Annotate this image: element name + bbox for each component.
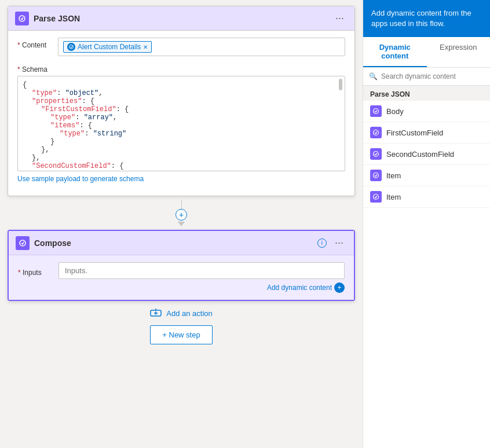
compose-info-button[interactable]: i	[317, 238, 327, 248]
compose-menu-button[interactable]: ···	[331, 236, 347, 250]
new-step-label: + New step	[162, 331, 200, 339]
tag-text: Alert Custom Details	[78, 43, 141, 51]
schema-label: Schema	[17, 62, 58, 76]
item2-icon	[370, 191, 382, 203]
schema-editor[interactable]: { "type": "object", "properties": { "Fir…	[17, 76, 345, 171]
main-canvas: Parse JSON ··· Content Alert Cust	[0, 0, 363, 448]
panel-tabs: Dynamic content Expression	[363, 37, 490, 68]
search-dynamic-input[interactable]	[381, 72, 484, 80]
parse-json-header-left: Parse JSON	[15, 12, 80, 25]
add-action-icon	[150, 308, 162, 318]
parse-json-menu-button[interactable]: ···	[332, 11, 348, 25]
schema-row: Schema { "type": "object", "properties":…	[17, 62, 345, 183]
svg-point-8	[374, 130, 379, 135]
compose-body: Inputs Add dynamic content +	[9, 255, 354, 300]
parse-json-card: Parse JSON ··· Content Alert Cust	[8, 6, 355, 196]
inputs-text-input[interactable]	[58, 262, 345, 279]
scroll-thumb	[339, 79, 342, 90]
secondcustomfield-item-icon	[370, 148, 382, 160]
body-item-label: Body	[386, 107, 404, 116]
firstcustomfield-item-label: FirstCustomField	[386, 128, 443, 137]
schema-container: { "type": "object", "properties": { "Fir…	[17, 76, 345, 171]
item1-icon	[370, 170, 382, 181]
add-dynamic-plus-button[interactable]: +	[334, 282, 345, 293]
add-dynamic-content-link[interactable]: Add dynamic content	[267, 284, 332, 292]
connector-plus-button[interactable]: +	[175, 209, 187, 221]
connector-1: +	[175, 200, 187, 226]
panel-header: Add dynamic content from the apps used i…	[363, 0, 490, 37]
panel-header-text: Add dynamic content from the apps used i…	[371, 9, 471, 28]
svg-point-7	[374, 109, 379, 114]
search-box: 🔍	[363, 68, 490, 86]
tag-close-button[interactable]: ✕	[143, 44, 148, 50]
connector-line-top	[181, 200, 182, 209]
parse-json-header: Parse JSON ···	[8, 6, 354, 31]
svg-point-10	[374, 173, 379, 178]
dynamic-item-item-1[interactable]: Item	[363, 165, 490, 186]
section-label: Parse JSON	[363, 86, 490, 101]
firstcustomfield-item-icon	[370, 127, 382, 138]
right-panel: Add dynamic content from the apps used i…	[363, 0, 490, 448]
svg-point-11	[374, 194, 379, 200]
tab-expression[interactable]: Expression	[427, 37, 491, 67]
secondcustomfield-item-label: SecondCustomField	[386, 150, 454, 159]
item1-label: Item	[386, 171, 401, 180]
tag-icon	[67, 43, 75, 51]
dynamic-item-body[interactable]: Body	[363, 101, 490, 122]
add-action-label: Add an action	[166, 309, 213, 318]
connector-arrow	[178, 222, 185, 226]
content-row: Content Alert Custom Details ✕	[17, 38, 345, 56]
content-label: Content	[17, 38, 58, 49]
svg-point-9	[374, 152, 379, 157]
parse-json-title: Parse JSON	[34, 14, 80, 23]
schema-scrollbar[interactable]	[338, 76, 343, 171]
body-item-icon	[370, 105, 382, 117]
dynamic-item-item-2[interactable]: Item	[363, 186, 490, 208]
compose-icon	[16, 236, 30, 250]
new-step-button[interactable]: + New step	[150, 325, 212, 344]
compose-header-actions: i ···	[317, 236, 347, 250]
compose-title: Compose	[34, 238, 71, 248]
dynamic-item-secondcustomfield[interactable]: SecondCustomField	[363, 144, 490, 165]
inputs-row: Inputs	[18, 262, 345, 279]
compose-header-left: Compose	[16, 236, 71, 250]
add-dynamic-row: Add dynamic content +	[18, 282, 345, 293]
inputs-label: Inputs	[18, 265, 58, 277]
search-icon: 🔍	[369, 72, 378, 80]
compose-card: Compose i ··· Inputs Add dynamic content…	[8, 230, 355, 301]
parse-json-icon	[15, 12, 29, 25]
add-action-row[interactable]: Add an action	[150, 308, 213, 318]
dynamic-item-firstcustomfield[interactable]: FirstCustomField	[363, 122, 490, 144]
parse-json-body: Content Alert Custom Details ✕	[8, 31, 354, 196]
tab-dynamic-content[interactable]: Dynamic content	[363, 37, 427, 67]
alert-custom-details-tag: Alert Custom Details ✕	[63, 41, 152, 53]
dynamic-items-list: Body FirstCustomField SecondCustomField	[363, 101, 490, 208]
svg-point-2	[20, 240, 25, 246]
svg-point-0	[19, 16, 25, 21]
content-tag-input[interactable]: Alert Custom Details ✕	[58, 38, 345, 56]
item2-label: Item	[386, 193, 401, 201]
compose-header: Compose i ···	[9, 231, 354, 255]
schema-link[interactable]: Use sample payload to generate schema	[17, 175, 144, 183]
